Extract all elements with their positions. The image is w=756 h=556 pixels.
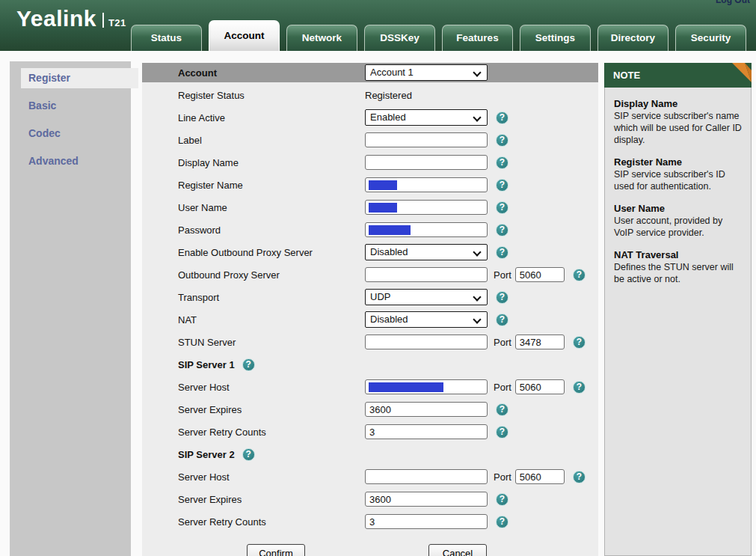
- port-label: Port: [494, 337, 511, 348]
- sip-server-1-heading: SIP Server 1: [142, 359, 235, 370]
- help-icon[interactable]: ?: [496, 156, 508, 169]
- sidebar-item-basic[interactable]: Basic: [21, 96, 131, 116]
- transport-select[interactable]: UDP: [365, 289, 488, 305]
- tab-features[interactable]: Features: [442, 25, 513, 51]
- tab-dsskey[interactable]: DSSKey: [364, 25, 435, 51]
- user-name-label: User Name: [142, 202, 365, 213]
- help-icon[interactable]: ?: [496, 426, 508, 439]
- help-icon[interactable]: ?: [496, 493, 508, 506]
- sip-server-2-heading: SIP Server 2: [142, 449, 235, 460]
- display-name-input[interactable]: [365, 155, 488, 170]
- cancel-button[interactable]: Cancel: [428, 544, 487, 556]
- sip2-server-expires-input[interactable]: [365, 492, 488, 507]
- tab-directory[interactable]: Directory: [597, 25, 669, 51]
- transport-value: UDP: [370, 291, 390, 302]
- sip2-server-retry-input[interactable]: [365, 514, 488, 529]
- note-section: Register Name SIP service subscriber's I…: [614, 156, 743, 192]
- note-section-text: User account, provided by VoIP service p…: [614, 215, 743, 239]
- label-input[interactable]: [365, 132, 488, 147]
- note-section: NAT Traversal Defines the STUN server wi…: [614, 249, 743, 285]
- outbound-proxy-server-row: Outbound Proxy Server Port ?: [142, 263, 598, 286]
- stun-port-input[interactable]: [515, 334, 565, 349]
- help-icon[interactable]: ?: [496, 179, 508, 192]
- tab-security[interactable]: Security: [675, 25, 746, 51]
- sip2-server-retry-label: Server Retry Counts: [142, 516, 365, 528]
- sip2-server-expires-row: Server Expires ?: [142, 488, 598, 510]
- stun-server-input[interactable]: [365, 334, 488, 349]
- folded-corner-icon: [732, 63, 752, 84]
- redacted-value: [369, 203, 397, 213]
- note-section-heading: Display Name: [614, 98, 743, 109]
- help-icon[interactable]: ?: [496, 291, 508, 304]
- logout-link[interactable]: Log Out: [716, 0, 750, 5]
- help-icon[interactable]: ?: [573, 471, 586, 483]
- sip1-server-retry-input[interactable]: [365, 424, 488, 439]
- register-name-label: Register Name: [142, 180, 365, 191]
- help-icon[interactable]: ?: [496, 314, 508, 326]
- nat-select[interactable]: Disabled: [365, 311, 488, 328]
- port-label: Port: [494, 471, 511, 483]
- password-row: Password ?: [142, 219, 598, 241]
- logo-text: Yealink: [16, 7, 96, 30]
- help-icon[interactable]: ?: [573, 336, 586, 349]
- sip2-server-expires-label: Server Expires: [142, 494, 365, 505]
- enable-outbound-proxy-select[interactable]: Disabled: [365, 244, 488, 260]
- tab-account[interactable]: Account: [209, 20, 280, 51]
- outbound-proxy-port-input[interactable]: [515, 267, 565, 282]
- enable-outbound-proxy-label: Enable Outbound Proxy Server: [142, 247, 365, 258]
- help-icon[interactable]: ?: [496, 246, 508, 259]
- tab-settings[interactable]: Settings: [520, 25, 591, 51]
- sidebar-item-codec[interactable]: Codec: [21, 123, 131, 144]
- help-icon[interactable]: ?: [573, 381, 586, 394]
- nat-label: NAT: [142, 314, 365, 326]
- help-icon[interactable]: ?: [496, 224, 508, 236]
- transport-row: Transport UDP ?: [142, 286, 598, 308]
- sip1-server-host-row: Server Host Port ?: [142, 376, 598, 398]
- help-icon[interactable]: ?: [496, 134, 508, 147]
- help-icon[interactable]: ?: [496, 403, 508, 416]
- sip2-server-retry-row: Server Retry Counts ?: [142, 510, 598, 533]
- help-icon[interactable]: ?: [496, 516, 508, 528]
- help-icon[interactable]: ?: [242, 358, 255, 371]
- line-active-label: Line Active: [142, 112, 365, 123]
- note-section-heading: NAT Traversal: [614, 249, 743, 260]
- outbound-proxy-server-label: Outbound Proxy Server: [142, 269, 365, 281]
- help-icon[interactable]: ?: [573, 269, 586, 281]
- sip1-server-expires-input[interactable]: [365, 402, 488, 417]
- register-name-row: Register Name ?: [142, 174, 598, 196]
- outbound-proxy-server-input[interactable]: [365, 267, 488, 282]
- port-label: Port: [494, 269, 511, 281]
- tab-network[interactable]: Network: [286, 25, 357, 51]
- sidebar-item-register[interactable]: Register: [21, 68, 138, 88]
- line-active-value: Enabled: [370, 111, 406, 123]
- register-status-label: Register Status: [142, 90, 365, 101]
- register-status-value: Registered: [365, 90, 412, 101]
- sip1-server-retry-row: Server Retry Counts ?: [142, 421, 598, 443]
- yealink-logo: Yealink T21: [16, 7, 126, 30]
- note-panel: NOTE Display Name SIP service subscriber…: [604, 63, 752, 556]
- sidebar-item-advanced[interactable]: Advanced: [21, 151, 131, 171]
- note-section: User Name User account, provided by VoIP…: [614, 203, 743, 239]
- stun-server-label: STUN Server: [142, 337, 365, 348]
- account-select[interactable]: Account 1: [365, 64, 488, 81]
- note-section-heading: User Name: [614, 203, 743, 214]
- account-select-value: Account 1: [370, 67, 414, 78]
- sip2-port-input[interactable]: [515, 469, 565, 484]
- nat-value: Disabled: [370, 314, 408, 325]
- tab-status[interactable]: Status: [131, 25, 202, 51]
- note-section-text: SIP service subscriber's ID used for aut…: [614, 168, 743, 192]
- line-active-select[interactable]: Enabled: [365, 109, 488, 126]
- account-header-row: Account Account 1: [142, 63, 598, 82]
- sip2-server-host-input[interactable]: [365, 469, 488, 484]
- label-row: Label ?: [142, 129, 598, 151]
- help-icon[interactable]: ?: [242, 448, 255, 461]
- sip2-server-host-label: Server Host: [142, 471, 365, 483]
- help-icon[interactable]: ?: [496, 201, 508, 214]
- display-name-label: Display Name: [142, 157, 365, 168]
- help-icon[interactable]: ?: [496, 111, 508, 124]
- logo-model: T21: [108, 17, 126, 28]
- note-section-text: SIP service subscriber's name which will…: [614, 110, 743, 146]
- confirm-button[interactable]: Confirm: [247, 544, 305, 556]
- register-form-panel: Account Account 1 Register Status Regist…: [142, 63, 598, 556]
- sip1-port-input[interactable]: [515, 379, 565, 394]
